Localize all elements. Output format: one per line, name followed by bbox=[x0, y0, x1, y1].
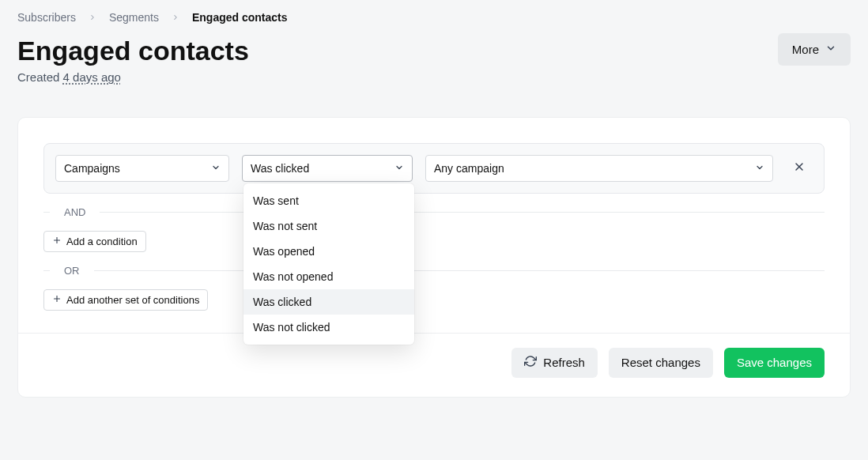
add-conditions-set-button[interactable]: Add another set of conditions bbox=[43, 289, 208, 311]
page-title: Engaged contacts bbox=[17, 35, 249, 67]
condition-type-value: Campaigns bbox=[64, 162, 120, 175]
breadcrumb-subscribers[interactable]: Subscribers bbox=[17, 11, 76, 24]
breadcrumb: Subscribers Segments Engaged contacts bbox=[17, 11, 851, 24]
chevron-down-icon bbox=[394, 162, 404, 175]
action-option-selected[interactable]: Was clicked bbox=[243, 289, 414, 315]
action-option[interactable]: Was opened bbox=[243, 239, 414, 264]
refresh-label: Refresh bbox=[543, 356, 585, 369]
more-button[interactable]: More bbox=[778, 33, 851, 66]
action-option[interactable]: Was not clicked bbox=[243, 315, 414, 340]
or-separator: OR bbox=[43, 265, 825, 277]
condition-target-value: Any campaign bbox=[434, 162, 504, 175]
segment-builder-card: Campaigns Was clicked Any campaign bbox=[17, 117, 851, 398]
action-dropdown: Was sent Was not sent Was opened Was not… bbox=[243, 183, 414, 345]
action-option[interactable]: Was sent bbox=[243, 188, 414, 213]
created-when: 4 days ago bbox=[63, 70, 121, 84]
reset-changes-button[interactable]: Reset changes bbox=[609, 348, 713, 378]
add-conditions-set-label: Add another set of conditions bbox=[66, 294, 199, 306]
condition-action-select[interactable]: Was clicked bbox=[242, 155, 413, 182]
breadcrumb-current: Engaged contacts bbox=[192, 11, 288, 24]
breadcrumb-segments[interactable]: Segments bbox=[109, 11, 159, 24]
created-meta: Created 4 days ago bbox=[17, 70, 249, 84]
condition-target-select[interactable]: Any campaign bbox=[425, 155, 773, 182]
action-option[interactable]: Was not opened bbox=[243, 264, 414, 289]
action-option[interactable]: Was not sent bbox=[243, 213, 414, 239]
add-condition-label: Add a condition bbox=[66, 236, 138, 247]
created-prefix: Created bbox=[17, 70, 63, 84]
plus-icon bbox=[52, 236, 62, 247]
refresh-button[interactable]: Refresh bbox=[511, 348, 598, 378]
save-changes-button[interactable]: Save changes bbox=[724, 348, 825, 378]
refresh-icon bbox=[524, 355, 537, 370]
card-footer: Refresh Reset changes Save changes bbox=[18, 333, 850, 397]
condition-action-value: Was clicked bbox=[251, 162, 309, 175]
condition-row: Campaigns Was clicked Any campaign bbox=[43, 143, 825, 194]
chevron-right-icon bbox=[89, 13, 96, 21]
reset-changes-label: Reset changes bbox=[621, 356, 700, 369]
and-label: AND bbox=[61, 206, 89, 218]
remove-condition-button[interactable] bbox=[786, 155, 813, 182]
chevron-down-icon bbox=[825, 43, 836, 56]
chevron-down-icon bbox=[211, 162, 221, 175]
chevron-down-icon bbox=[755, 162, 764, 175]
condition-type-select[interactable]: Campaigns bbox=[55, 155, 229, 182]
chevron-right-icon bbox=[172, 13, 179, 21]
more-button-label: More bbox=[792, 43, 819, 56]
close-icon bbox=[793, 160, 806, 175]
save-changes-label: Save changes bbox=[737, 356, 812, 369]
or-label: OR bbox=[61, 265, 83, 277]
and-separator: AND bbox=[43, 206, 825, 218]
add-condition-button[interactable]: Add a condition bbox=[43, 231, 146, 252]
plus-icon bbox=[52, 294, 62, 306]
